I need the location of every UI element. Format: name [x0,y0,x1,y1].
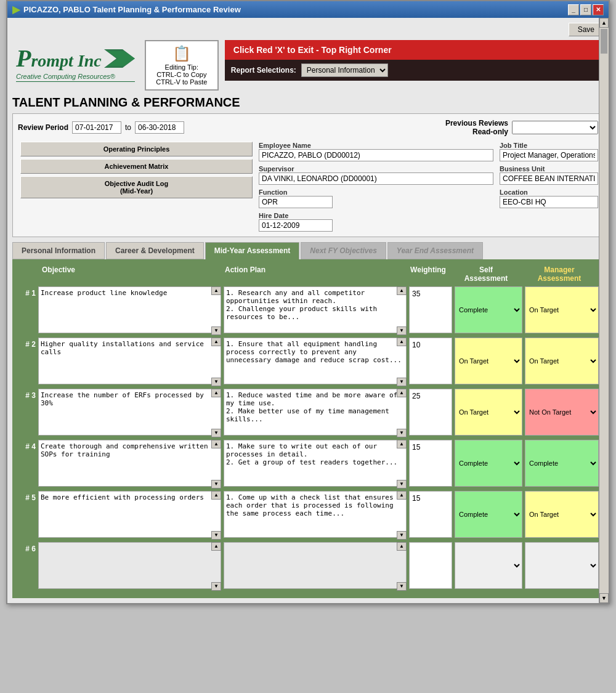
manager-assessment-cell: CompleteOn TargetNot On Target [525,491,599,538]
action-plan-scroll-up[interactable]: ▲ [397,338,407,346]
logo-arrows-icon [104,46,135,71]
objective-scroll-down[interactable]: ▼ [211,378,221,386]
objective-scroll-down[interactable]: ▼ [211,429,221,437]
objective-input[interactable]: Higher quality installations and service… [38,338,221,384]
scroll-up-button[interactable]: ▲ [599,18,609,28]
review-to-input[interactable] [135,121,184,134]
scroll-thumb[interactable] [601,29,607,54]
business-unit-input[interactable] [500,172,598,185]
operating-principles-button[interactable]: Operating Principles [20,142,253,156]
report-dropdown[interactable]: Personal Information Full Report Summary [301,63,388,77]
employee-name-input[interactable] [259,149,493,161]
action-plan-input[interactable]: 1. Research any and all competitor oppor… [224,286,407,333]
close-button[interactable]: ✕ [593,4,604,15]
row-number: # 1 [17,286,36,298]
self-assessment-select[interactable]: CompleteOn TargetNot On Target [455,286,522,333]
action-plan-scroll-up[interactable]: ▲ [397,542,407,551]
review-period-label: Review Period [18,123,68,132]
objective-audit-button[interactable]: Objective Audit Log (Mid-Year) [20,176,253,198]
self-assessment-select[interactable]: CompleteOn TargetNot On Target [455,491,522,538]
logo-subtitle: Creative Computing Resources® [16,73,135,82]
action-plan-input[interactable]: 1. Come up with a check list that ensure… [224,491,407,538]
objective-scroll-down[interactable]: ▼ [211,582,221,591]
form-grid: Employee Name Job Title Operating Princi… [18,142,598,232]
objective-scroll-up[interactable]: ▲ [211,389,221,397]
manager-assessment-select[interactable]: CompleteOn TargetNot On Target [525,491,599,538]
weighting-cell: 10 [409,338,452,384]
manager-assessment-select[interactable]: CompleteOn TargetNot On Target [525,542,599,589]
scroll-down-button[interactable]: ▼ [599,593,609,603]
action-plan-input[interactable]: 1. Make sure to write out each of our pr… [224,440,407,487]
manager-assessment-select[interactable]: CompleteOn TargetNot On Target [525,338,599,384]
action-plan-scroll-down[interactable]: ▼ [397,326,407,335]
objective-scroll-down[interactable]: ▼ [211,480,221,488]
action-plan-scroll-down[interactable]: ▼ [397,531,407,540]
objective-scroll-up[interactable]: ▲ [211,440,221,448]
hire-date-input[interactable] [259,219,333,232]
review-from-input[interactable] [72,121,121,134]
tab-career-development[interactable]: Career & Development [106,242,204,259]
location-label: Location [500,188,598,196]
function-field: Function [259,188,493,208]
hire-date-field: Hire Date [259,212,493,232]
action-plan-input[interactable]: 1. Ensure that all equipment handling pr… [224,338,407,384]
function-input[interactable] [259,196,333,208]
objective-scroll-up[interactable]: ▲ [211,338,221,346]
supervisor-input[interactable] [259,172,493,185]
objective-scroll-down[interactable]: ▼ [211,531,221,540]
supervisor-field: Supervisor [259,165,493,185]
prev-reviews-label: Previous Reviews Read-only [445,119,508,137]
action-plan-scroll-down[interactable]: ▼ [397,378,407,386]
maximize-button[interactable]: □ [580,4,591,15]
objective-input[interactable]: Create thorough and comprehensive writte… [38,440,221,487]
action-plan-scroll-up[interactable]: ▲ [397,389,407,397]
job-title-input[interactable] [500,149,598,161]
business-unit-label: Business Unit [500,165,598,172]
manager-assessment-cell: CompleteOn TargetNot On Target [525,542,599,589]
manager-assessment-select[interactable]: CompleteOn TargetNot On Target [525,440,599,487]
objective-input[interactable]: Increase product line knowledge [38,286,221,333]
objective-cell: Create thorough and comprehensive writte… [38,440,221,488]
action-plan-scroll-down[interactable]: ▼ [397,429,407,437]
achievement-matrix-button[interactable]: Achievement Matrix [20,159,253,174]
window-title: PICAZZO, PABLO Talent Planning & Perform… [23,5,241,14]
self-assessment-select[interactable]: CompleteOn TargetNot On Target [455,389,522,436]
employee-name-field: Employee Name [259,142,493,161]
objective-scroll-up[interactable]: ▲ [211,286,221,295]
self-assessment-select[interactable]: CompleteOn TargetNot On Target [455,542,522,589]
action-plan-scroll-down[interactable]: ▼ [397,582,407,591]
objective-input[interactable]: Increase the number of ERFs processed by… [38,389,221,436]
action-plan-scroll-down[interactable]: ▼ [397,480,407,488]
objective-input[interactable] [38,542,221,589]
self-assessment-cell: CompleteOn TargetNot On Target [455,542,522,589]
tab-personal-information[interactable]: Personal Information [12,242,105,259]
row-number: # 2 [17,338,36,349]
objective-scroll-up[interactable]: ▲ [211,542,221,551]
action-plan-scroll-up[interactable]: ▲ [397,491,407,500]
table-row: # 1Increase product line knowledge▲▼1. R… [17,286,599,335]
location-input[interactable] [500,196,598,208]
objectives-table: Objective Action Plan Weighting Self Ass… [12,259,604,598]
self-assessment-cell: CompleteOn TargetNot On Target [455,440,522,487]
self-assessment-select[interactable]: CompleteOn TargetNot On Target [455,338,522,384]
supervisor-label: Supervisor [259,165,493,172]
action-plan-scroll-up[interactable]: ▲ [397,440,407,448]
action-plan-scroll-up[interactable]: ▲ [397,286,407,295]
tab-mid-year-assessment[interactable]: Mid-Year Assessment [205,242,300,259]
review-period-row: Review Period to Previous Reviews Read-o… [18,119,598,137]
manager-assessment-select[interactable]: CompleteOn TargetNot On Target [525,286,599,333]
minimize-button[interactable]: _ [568,4,579,15]
objective-scroll-down[interactable]: ▼ [211,326,221,335]
header-manager-assessment: Manager Assessment [522,264,596,284]
objective-scroll-up[interactable]: ▲ [211,491,221,500]
prev-reviews-dropdown[interactable] [512,121,598,134]
weighting-cell: 35 [409,286,452,333]
header-num [20,264,38,284]
manager-assessment-select[interactable]: CompleteOn TargetNot On Target [525,389,599,436]
objective-input[interactable]: Be more efficient with processing orders [38,491,221,538]
self-assessment-select[interactable]: CompleteOn TargetNot On Target [455,440,522,487]
action-plan-input[interactable]: 1. Reduce wasted time and be more aware … [224,389,407,436]
tabs-row: Personal Information Career & Developmen… [12,242,604,259]
scrollbar[interactable]: ▲ ▼ [599,18,609,603]
action-plan-input[interactable] [224,542,407,589]
